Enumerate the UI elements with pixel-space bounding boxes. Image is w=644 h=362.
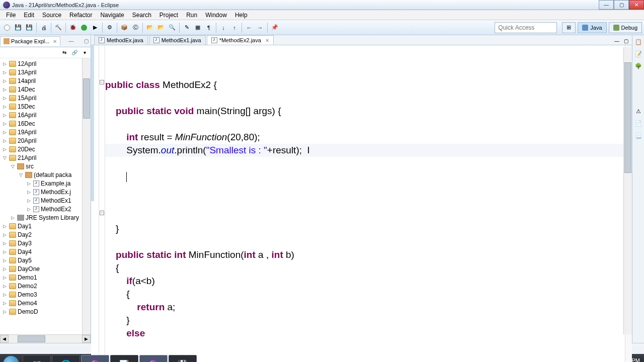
code-editor[interactable]: − − public class MethodEx2 { public stat…: [91, 45, 632, 362]
right-trim-bar: 📋 📝 🌳 ⚠ 📄 📃: [632, 35, 644, 343]
editor-area: MethodEx.java MethodEx1.java *MethodEx2.…: [91, 35, 632, 343]
run-button[interactable]: [79, 23, 89, 33]
open-task-button[interactable]: 📂: [156, 23, 166, 33]
menu-file[interactable]: File: [2, 11, 20, 20]
package-icon: [4, 38, 10, 44]
view-menu-button[interactable]: ▾: [80, 49, 89, 57]
editor-tab-methodex[interactable]: MethodEx.java: [94, 35, 148, 45]
type-hierarchy-icon[interactable]: 🌳: [634, 61, 643, 70]
outline-view-icon[interactable]: 📋: [634, 37, 643, 46]
next-annotation-button[interactable]: ↓: [218, 23, 228, 33]
close-button[interactable]: ✕: [629, 0, 644, 10]
pin-button[interactable]: 📌: [270, 23, 280, 33]
folding-ruler[interactable]: − −: [99, 45, 105, 362]
maximize-button[interactable]: ▢: [614, 0, 629, 10]
taskbar-chrome[interactable]: 🌐: [52, 355, 80, 362]
perspective-debug[interactable]: Debug: [609, 22, 642, 33]
save-button[interactable]: 💾: [13, 23, 23, 33]
taskbar-notepad[interactable]: 📝: [110, 355, 138, 362]
minimize-view-icon[interactable]: —: [67, 38, 74, 45]
menu-edit[interactable]: Edit: [20, 11, 38, 20]
menu-help[interactable]: Help: [231, 11, 252, 20]
editor-tab-methodex1[interactable]: MethodEx1.java: [149, 35, 206, 45]
menu-project[interactable]: Project: [155, 11, 182, 20]
open-type-button[interactable]: 📂: [145, 23, 155, 33]
collapse-all-button[interactable]: ⇆: [60, 49, 68, 57]
separator: [216, 23, 216, 33]
taskbar-eclipse[interactable]: 🟣: [81, 355, 109, 362]
menu-refactor[interactable]: Refactor: [65, 11, 96, 20]
menu-bar: File Edit Source Refactor Navigate Searc…: [0, 10, 644, 20]
new-class-button[interactable]: Ⓒ: [130, 23, 140, 33]
close-tab-icon[interactable]: ✕: [265, 38, 269, 43]
tree-label: 12April: [18, 60, 36, 67]
project-tree[interactable]: ▷12April ▷13April ▷14april ▷14Dec ▷15Apr…: [0, 58, 91, 334]
prev-annotation-button[interactable]: ↑: [229, 23, 239, 33]
minimize-editor-icon[interactable]: —: [613, 37, 621, 45]
tree-horizontal-scrollbar[interactable]: ◀▶: [0, 334, 91, 343]
problems-view-icon[interactable]: ⚠: [634, 107, 643, 116]
taskbar-eclipse2[interactable]: 🟣: [139, 355, 168, 362]
link-editor-button[interactable]: 🔗: [70, 49, 78, 57]
toolbar: 💾 💾 🖨 🔨 🐞 ▶ ⚙ 📦 Ⓒ 📂 📂 🔍 ✎ ▦ ¶ ↓ ↑ ← → 📌 …: [0, 20, 644, 35]
minimize-button[interactable]: —: [599, 0, 614, 10]
package-icon: [25, 172, 32, 178]
menu-navigate[interactable]: Navigate: [96, 11, 128, 20]
start-button[interactable]: [0, 354, 22, 362]
menu-window[interactable]: Window: [201, 11, 231, 20]
tree-label: MethodEx1: [41, 197, 71, 204]
coverage-button[interactable]: ▶: [90, 23, 100, 33]
tree-label: 13April: [18, 69, 36, 76]
menu-search[interactable]: Search: [128, 11, 155, 20]
package-explorer-tab[interactable]: Package Expl... ✕: [0, 36, 60, 46]
menu-run[interactable]: Run: [182, 11, 201, 20]
tree-label: Example.ja: [41, 180, 70, 187]
perspective-java[interactable]: Java: [578, 22, 606, 33]
quick-access-input[interactable]: [495, 22, 557, 33]
text-cursor: [126, 172, 127, 182]
new-package-button[interactable]: 📦: [119, 23, 129, 33]
back-button[interactable]: ←: [244, 23, 254, 33]
javadoc-view-icon[interactable]: 📄: [634, 119, 643, 128]
fold-toggle-icon[interactable]: −: [100, 80, 104, 84]
toggle-mark-button[interactable]: ✎: [182, 23, 192, 33]
ext-tools-button[interactable]: ⚙: [105, 23, 115, 33]
toggle-block-button[interactable]: ▦: [193, 23, 203, 33]
taskbar-app[interactable]: 💾: [169, 355, 197, 362]
maximize-editor-icon[interactable]: ▢: [622, 37, 630, 45]
editor-tab-methodex2[interactable]: *MethodEx2.java✕: [207, 35, 274, 45]
tree-label: DemoD: [18, 308, 38, 315]
menu-source[interactable]: Source: [38, 11, 65, 20]
tasks-view-icon[interactable]: 📝: [634, 49, 643, 58]
java-file-icon: [153, 37, 159, 43]
close-view-icon[interactable]: ✕: [53, 39, 57, 44]
annotation-ruler[interactable]: [91, 45, 99, 362]
build-button[interactable]: 🔨: [53, 23, 63, 33]
tree-label: src: [26, 163, 34, 170]
separator: [51, 23, 51, 33]
window-title-bar: Java - 21April/src/MethodEx2.java - Ecli…: [0, 0, 644, 10]
tree-label: Day2: [18, 231, 32, 238]
open-perspective-button[interactable]: ⊞: [562, 22, 576, 33]
forward-button[interactable]: →: [255, 23, 265, 33]
debug-button[interactable]: 🐞: [68, 23, 78, 33]
tree-label: 19April: [18, 129, 36, 136]
save-all-button[interactable]: 💾: [24, 23, 34, 33]
maximize-view-icon[interactable]: ▢: [83, 38, 90, 45]
separator: [142, 23, 143, 33]
taskbar-explorer[interactable]: 📁: [23, 355, 51, 362]
new-button[interactable]: [2, 23, 12, 33]
tree-label: MethodEx2: [41, 206, 71, 213]
fold-toggle-icon[interactable]: −: [100, 211, 104, 215]
tree-label: Demo2: [18, 283, 37, 290]
tree-label: MethodEx.j: [41, 189, 71, 196]
tree-vertical-scrollbar[interactable]: [82, 58, 91, 334]
package-explorer-view: Package Expl... ✕ — ▢ ⇆ 🔗 ▾ ▷12April ▷13…: [0, 35, 91, 343]
java-file-icon: [211, 37, 217, 43]
code-content[interactable]: public class MethodEx2 { public static v…: [105, 45, 625, 362]
declaration-view-icon[interactable]: 📃: [634, 131, 643, 140]
print-button[interactable]: 🖨: [39, 23, 49, 33]
eclipse-icon: [3, 2, 10, 9]
show-whitespace-button[interactable]: ¶: [204, 23, 214, 33]
search-button[interactable]: 🔍: [167, 23, 177, 33]
